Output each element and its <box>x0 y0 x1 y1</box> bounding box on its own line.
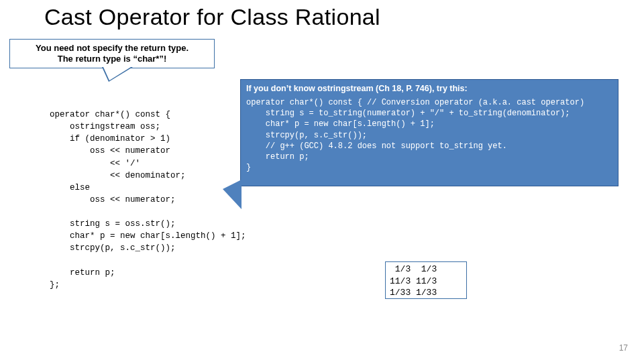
alternative-code: operator char*() const { // Conversion o… <box>246 97 612 173</box>
return-type-callout: You need not specify the return type. Th… <box>9 39 215 68</box>
callout-header: If you don’t know ostringstream (Ch 18, … <box>246 84 612 93</box>
page-title: Cast Operator for Class Rational <box>44 4 380 30</box>
callout-tail-icon <box>102 67 133 82</box>
alternative-code-callout: If you don’t know ostringstream (Ch 18, … <box>240 79 619 186</box>
page-number: 17 <box>619 343 628 353</box>
main-code-block: operator char*() const { ostringstream o… <box>50 109 246 291</box>
output-box: 1/3 1/3 11/3 11/3 1/33 1/33 <box>385 261 467 299</box>
callout-line: The return type is “char*”! <box>10 54 214 64</box>
callout-line: You need not specify the return type. <box>10 43 214 54</box>
slide: Cast Operator for Class Rational You nee… <box>0 0 644 362</box>
